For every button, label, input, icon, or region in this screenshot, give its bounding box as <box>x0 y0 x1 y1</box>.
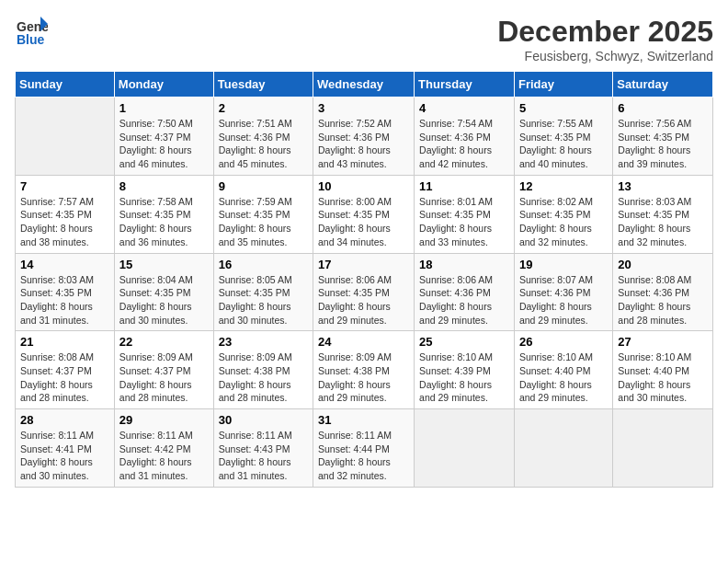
day-number: 25 <box>419 335 509 349</box>
day-number: 31 <box>318 413 409 427</box>
calendar-cell: 16Sunrise: 8:05 AM Sunset: 4:35 PM Dayli… <box>213 253 313 331</box>
calendar-cell: 18Sunrise: 8:06 AM Sunset: 4:36 PM Dayli… <box>415 253 515 331</box>
calendar-cell: 5Sunrise: 7:55 AM Sunset: 4:35 PM Daylig… <box>514 98 612 176</box>
day-info: Sunrise: 7:54 AM Sunset: 4:36 PM Dayligh… <box>419 117 509 171</box>
day-info: Sunrise: 8:02 AM Sunset: 4:35 PM Dayligh… <box>519 195 608 249</box>
day-number: 5 <box>519 101 608 115</box>
calendar-header-row: Sunday Monday Tuesday Wednesday Thursday… <box>16 72 713 98</box>
day-number: 8 <box>119 179 209 193</box>
col-thursday: Thursday <box>415 72 515 98</box>
day-number: 20 <box>618 258 708 271</box>
day-number: 23 <box>219 335 308 349</box>
day-number: 21 <box>20 335 109 349</box>
logo: General Blue <box>15 15 48 48</box>
calendar-week-row: 7Sunrise: 7:57 AM Sunset: 4:35 PM Daylig… <box>16 175 713 253</box>
day-number: 24 <box>318 335 409 349</box>
col-monday: Monday <box>114 72 213 98</box>
col-tuesday: Tuesday <box>213 72 313 98</box>
svg-text:Blue: Blue <box>17 32 45 47</box>
day-number: 1 <box>119 101 209 115</box>
calendar-cell: 11Sunrise: 8:01 AM Sunset: 4:35 PM Dayli… <box>415 175 515 253</box>
day-info: Sunrise: 8:00 AM Sunset: 4:35 PM Dayligh… <box>318 195 409 249</box>
calendar-cell: 13Sunrise: 8:03 AM Sunset: 4:35 PM Dayli… <box>613 175 713 253</box>
day-info: Sunrise: 8:03 AM Sunset: 4:35 PM Dayligh… <box>20 273 109 327</box>
page-header: General Blue December 2025 Feusisberg, S… <box>15 15 713 63</box>
calendar-week-row: 14Sunrise: 8:03 AM Sunset: 4:35 PM Dayli… <box>16 253 713 331</box>
calendar-cell <box>16 98 115 176</box>
day-number: 4 <box>419 101 509 115</box>
day-info: Sunrise: 8:08 AM Sunset: 4:36 PM Dayligh… <box>618 273 708 327</box>
calendar-cell: 27Sunrise: 8:10 AM Sunset: 4:40 PM Dayli… <box>613 331 713 409</box>
day-number: 17 <box>318 258 409 271</box>
calendar-cell: 31Sunrise: 8:11 AM Sunset: 4:44 PM Dayli… <box>313 409 415 488</box>
calendar-cell: 29Sunrise: 8:11 AM Sunset: 4:42 PM Dayli… <box>114 409 213 488</box>
calendar-cell: 20Sunrise: 8:08 AM Sunset: 4:36 PM Dayli… <box>613 253 713 331</box>
month-title: December 2025 <box>497 15 713 49</box>
day-info: Sunrise: 7:50 AM Sunset: 4:37 PM Dayligh… <box>119 117 209 171</box>
day-info: Sunrise: 8:11 AM Sunset: 4:41 PM Dayligh… <box>20 429 109 483</box>
day-info: Sunrise: 7:51 AM Sunset: 4:36 PM Dayligh… <box>219 117 308 171</box>
day-info: Sunrise: 7:57 AM Sunset: 4:35 PM Dayligh… <box>20 195 109 249</box>
day-number: 19 <box>519 258 608 271</box>
calendar-cell <box>514 409 612 488</box>
calendar-cell: 2Sunrise: 7:51 AM Sunset: 4:36 PM Daylig… <box>213 98 313 176</box>
calendar-cell <box>415 409 515 488</box>
day-number: 9 <box>219 179 308 193</box>
title-area: December 2025 Feusisberg, Schwyz, Switze… <box>497 15 713 63</box>
day-info: Sunrise: 8:07 AM Sunset: 4:36 PM Dayligh… <box>519 273 608 327</box>
calendar-cell: 26Sunrise: 8:10 AM Sunset: 4:40 PM Dayli… <box>514 331 612 409</box>
day-info: Sunrise: 8:05 AM Sunset: 4:35 PM Dayligh… <box>219 273 308 327</box>
day-number: 18 <box>419 258 509 271</box>
col-friday: Friday <box>514 72 612 98</box>
day-info: Sunrise: 8:10 AM Sunset: 4:39 PM Dayligh… <box>419 350 509 405</box>
day-info: Sunrise: 8:09 AM Sunset: 4:37 PM Dayligh… <box>119 350 209 405</box>
day-info: Sunrise: 8:08 AM Sunset: 4:37 PM Dayligh… <box>20 350 109 405</box>
day-info: Sunrise: 8:11 AM Sunset: 4:44 PM Dayligh… <box>318 429 409 483</box>
calendar-cell: 19Sunrise: 8:07 AM Sunset: 4:36 PM Dayli… <box>514 253 612 331</box>
day-info: Sunrise: 8:11 AM Sunset: 4:42 PM Dayligh… <box>119 429 209 483</box>
calendar-cell: 15Sunrise: 8:04 AM Sunset: 4:35 PM Dayli… <box>114 253 213 331</box>
day-info: Sunrise: 8:03 AM Sunset: 4:35 PM Dayligh… <box>618 195 708 249</box>
day-info: Sunrise: 7:55 AM Sunset: 4:35 PM Dayligh… <box>519 117 608 171</box>
calendar-body: 1Sunrise: 7:50 AM Sunset: 4:37 PM Daylig… <box>16 98 713 488</box>
day-number: 7 <box>20 179 109 193</box>
day-number: 28 <box>20 413 109 427</box>
day-number: 13 <box>618 179 708 193</box>
day-info: Sunrise: 7:56 AM Sunset: 4:35 PM Dayligh… <box>618 117 708 171</box>
day-info: Sunrise: 8:01 AM Sunset: 4:35 PM Dayligh… <box>419 195 509 249</box>
day-number: 2 <box>219 101 308 115</box>
logo-icon: General Blue <box>15 15 48 48</box>
location-title: Feusisberg, Schwyz, Switzerland <box>497 49 713 63</box>
day-number: 27 <box>618 335 708 349</box>
day-info: Sunrise: 7:52 AM Sunset: 4:36 PM Dayligh… <box>318 117 409 171</box>
calendar-cell: 23Sunrise: 8:09 AM Sunset: 4:38 PM Dayli… <box>213 331 313 409</box>
day-info: Sunrise: 7:59 AM Sunset: 4:35 PM Dayligh… <box>219 195 308 249</box>
day-number: 26 <box>519 335 608 349</box>
calendar-cell <box>613 409 713 488</box>
day-number: 14 <box>20 258 109 271</box>
calendar-cell: 21Sunrise: 8:08 AM Sunset: 4:37 PM Dayli… <box>16 331 115 409</box>
calendar-week-row: 1Sunrise: 7:50 AM Sunset: 4:37 PM Daylig… <box>16 98 713 176</box>
calendar-cell: 4Sunrise: 7:54 AM Sunset: 4:36 PM Daylig… <box>415 98 515 176</box>
day-info: Sunrise: 8:06 AM Sunset: 4:36 PM Dayligh… <box>419 273 509 327</box>
day-number: 22 <box>119 335 209 349</box>
day-info: Sunrise: 8:06 AM Sunset: 4:35 PM Dayligh… <box>318 273 409 327</box>
day-info: Sunrise: 7:58 AM Sunset: 4:35 PM Dayligh… <box>119 195 209 249</box>
calendar-cell: 9Sunrise: 7:59 AM Sunset: 4:35 PM Daylig… <box>213 175 313 253</box>
calendar-cell: 30Sunrise: 8:11 AM Sunset: 4:43 PM Dayli… <box>213 409 313 488</box>
calendar-cell: 1Sunrise: 7:50 AM Sunset: 4:37 PM Daylig… <box>114 98 213 176</box>
calendar-cell: 6Sunrise: 7:56 AM Sunset: 4:35 PM Daylig… <box>613 98 713 176</box>
day-number: 30 <box>219 413 308 427</box>
day-info: Sunrise: 8:10 AM Sunset: 4:40 PM Dayligh… <box>618 350 708 405</box>
day-info: Sunrise: 8:09 AM Sunset: 4:38 PM Dayligh… <box>318 350 409 405</box>
calendar-cell: 10Sunrise: 8:00 AM Sunset: 4:35 PM Dayli… <box>313 175 415 253</box>
calendar-cell: 14Sunrise: 8:03 AM Sunset: 4:35 PM Dayli… <box>16 253 115 331</box>
calendar-cell: 22Sunrise: 8:09 AM Sunset: 4:37 PM Dayli… <box>114 331 213 409</box>
day-info: Sunrise: 8:09 AM Sunset: 4:38 PM Dayligh… <box>219 350 308 405</box>
col-saturday: Saturday <box>613 72 713 98</box>
day-number: 10 <box>318 179 409 193</box>
calendar-week-row: 28Sunrise: 8:11 AM Sunset: 4:41 PM Dayli… <box>16 409 713 488</box>
calendar-table: Sunday Monday Tuesday Wednesday Thursday… <box>15 71 713 488</box>
calendar-cell: 3Sunrise: 7:52 AM Sunset: 4:36 PM Daylig… <box>313 98 415 176</box>
calendar-cell: 25Sunrise: 8:10 AM Sunset: 4:39 PM Dayli… <box>415 331 515 409</box>
